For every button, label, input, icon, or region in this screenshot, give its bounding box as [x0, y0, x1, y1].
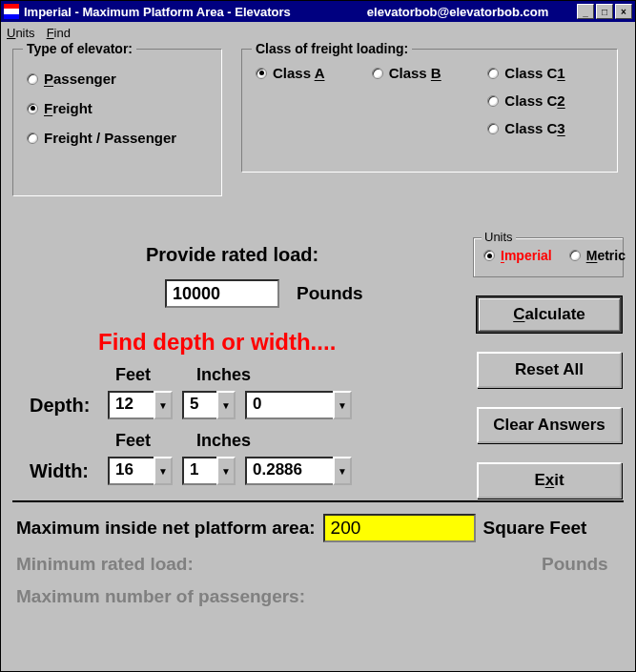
radio-class-b[interactable]: Class B: [372, 65, 488, 81]
feet-header-2: Feet: [115, 431, 151, 451]
radio-class-c2[interactable]: Class C2: [487, 92, 604, 109]
class-groupbox: Class of freight loading: Class A Class …: [241, 49, 618, 173]
calculate-button[interactable]: Calculate: [477, 296, 622, 333]
chevron-down-icon[interactable]: ▼: [216, 391, 236, 419]
width-feet-combo[interactable]: 16 ▼: [108, 457, 173, 485]
width-frac-combo[interactable]: 0.2886 ▼: [245, 457, 352, 485]
min-load-unit: Pounds: [542, 554, 620, 575]
chevron-down-icon[interactable]: ▼: [216, 457, 236, 485]
rated-load-unit: Pounds: [297, 283, 363, 304]
exit-button[interactable]: Exit: [477, 462, 622, 499]
units-title: Units: [482, 230, 516, 244]
radio-dot-icon: [256, 68, 267, 79]
inches-header-2: Inches: [196, 431, 251, 451]
radio-dot-icon: [27, 73, 38, 85]
radio-freight-passenger[interactable]: Freight / Passenger: [27, 130, 208, 146]
type-group-title: Type of elevator:: [23, 41, 136, 56]
area-value[interactable]: [323, 514, 476, 542]
minimize-button[interactable]: _: [577, 4, 594, 19]
inches-header: Inches: [196, 365, 251, 385]
radio-dot-icon: [569, 250, 581, 261]
app-window: Imperial - Maximum Platform Area - Eleva…: [0, 0, 636, 672]
radio-dot-icon: [372, 68, 383, 79]
rated-load-input[interactable]: [165, 279, 279, 308]
divider: [12, 500, 624, 502]
menu-units[interactable]: Units: [7, 26, 35, 40]
width-label: Width:: [30, 460, 98, 482]
chevron-down-icon[interactable]: ▼: [154, 457, 173, 485]
menubar: Units Find: [1, 22, 635, 43]
clear-answers-button[interactable]: Clear Answers: [477, 407, 622, 443]
menu-find[interactable]: Find: [47, 26, 71, 40]
window-controls: _ □ ×: [577, 4, 632, 19]
max-pass-row: Maximum number of passengers:: [16, 586, 620, 607]
radio-dot-icon: [27, 132, 38, 144]
chevron-down-icon[interactable]: ▼: [154, 391, 173, 419]
depth-label: Depth:: [30, 395, 98, 417]
min-load-label: Minimum rated load:: [16, 554, 194, 575]
window-title: Imperial - Maximum Platform Area - Eleva…: [24, 5, 291, 19]
chevron-down-icon[interactable]: ▼: [333, 391, 352, 419]
units-groupbox: Units Imperial Metric: [473, 237, 624, 277]
maximize-button[interactable]: □: [596, 4, 613, 19]
radio-freight[interactable]: Freight: [27, 100, 208, 116]
area-unit: Square Feet: [483, 518, 587, 539]
radio-class-a[interactable]: Class A: [256, 65, 372, 81]
radio-dot-icon: [487, 68, 499, 79]
min-load-row: Minimum rated load: Pounds: [16, 554, 620, 575]
area-result-row: Maximum inside net platform area: Square…: [16, 514, 620, 542]
close-button[interactable]: ×: [615, 4, 632, 19]
chevron-down-icon[interactable]: ▼: [333, 457, 352, 485]
radio-dot-icon: [483, 250, 495, 261]
reset-all-button[interactable]: Reset All: [477, 352, 622, 388]
depth-frac-combo[interactable]: 0 ▼: [245, 391, 352, 419]
radio-passenger[interactable]: Passenger: [27, 71, 208, 87]
app-icon: [4, 4, 19, 19]
radio-imperial[interactable]: Imperial: [483, 248, 552, 263]
titlebar: Imperial - Maximum Platform Area - Eleva…: [1, 1, 635, 22]
max-pass-label: Maximum number of passengers:: [16, 586, 305, 607]
radio-class-c3[interactable]: Class C3: [487, 120, 604, 136]
width-inches-combo[interactable]: 1 ▼: [182, 457, 236, 485]
feet-header: Feet: [115, 365, 151, 385]
class-group-title: Class of freight loading:: [252, 41, 412, 56]
radio-metric[interactable]: Metric: [569, 248, 626, 263]
window-email: elevatorbob@elevatorbob.com: [367, 5, 577, 19]
radio-class-c1[interactable]: Class C1: [487, 65, 604, 81]
type-groupbox: Type of elevator: Passenger Freight Frei…: [12, 49, 222, 196]
depth-feet-combo[interactable]: 12 ▼: [108, 391, 173, 419]
area-label: Maximum inside net platform area:: [16, 518, 316, 539]
radio-dot-icon: [487, 95, 499, 107]
radio-dot-icon: [487, 123, 499, 134]
radio-dot-icon: [27, 103, 38, 114]
depth-inches-combo[interactable]: 5 ▼: [182, 391, 236, 419]
